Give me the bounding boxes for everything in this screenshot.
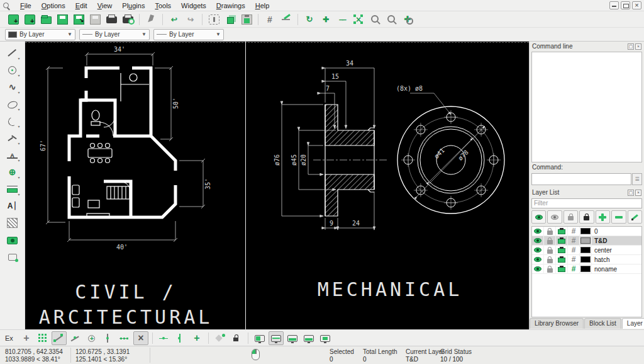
view-toggle-2-button[interactable] [269,331,284,345]
restrict-horizontal-button[interactable] [157,331,172,345]
minimize-icon[interactable] [609,1,619,9]
dimension-horizontal-tool-button[interactable]: ▾ [4,180,21,197]
new-drawing-button[interactable] [6,13,21,26]
tab-library-browser[interactable]: Library Browser [530,318,584,329]
restrict-nothing-button[interactable] [189,331,204,345]
zoom-redraw-button[interactable] [302,13,317,26]
view-toggle-3-button[interactable] [285,331,300,345]
layer-visibility-cell[interactable] [532,264,544,274]
zoom-auto-button[interactable] [351,13,366,26]
layer-construction-cell[interactable]: # [568,255,580,264]
layer-row-hatch[interactable]: #hatch [532,255,641,264]
menu-tools[interactable]: Tools [150,1,176,11]
layer-visibility-cell[interactable] [532,227,544,236]
select-pointer-button[interactable] [143,13,158,26]
layer-visibility-cell[interactable] [532,246,544,255]
layer-visibility-cell[interactable] [532,255,544,264]
grid-toggle-button[interactable] [262,13,277,26]
add-layer-button[interactable] [596,210,610,224]
zoom-pan-button[interactable] [400,13,415,26]
remove-layer-button[interactable] [611,210,626,224]
layer-construction-cell[interactable]: # [568,264,580,274]
layer-print-cell[interactable] [556,246,568,255]
text-tool-button[interactable] [4,197,21,214]
zoom-out-button[interactable] [335,13,350,26]
polyline-tool-button[interactable]: ▾ [4,129,21,146]
close-icon[interactable] [632,1,641,9]
snap-center-button[interactable] [84,331,99,345]
menu-help[interactable]: Help [250,1,275,11]
copy-button[interactable] [223,13,238,26]
snap-on-entity-button[interactable] [68,331,83,345]
snap-grid-button[interactable] [35,331,50,345]
view-toggle-4-button[interactable] [301,331,316,345]
save-button[interactable] [55,13,70,26]
set-relative-zero-button[interactable] [213,331,228,345]
layer-print-cell[interactable] [556,236,568,246]
command-input[interactable] [531,173,631,185]
snap-endpoint-button[interactable] [52,331,67,345]
unlock-all-layers-button[interactable] [564,210,578,224]
zoom-previous-button[interactable] [367,13,382,26]
menu-options[interactable]: Options [36,1,70,11]
dimension-tool-button[interactable]: ▾ [4,146,21,163]
layer-print-cell[interactable] [556,227,568,236]
line-tool-button[interactable]: ▾ [4,44,21,61]
drawing-canvas[interactable]: 34' 67' 50' 35' 40' CIVIL / ARCITECTURAL [25,42,529,329]
print-preview-button[interactable] [120,13,135,26]
layer-print-cell[interactable] [556,264,568,274]
layer-lock-cell[interactable] [544,264,556,274]
lock-relative-zero-button[interactable] [229,331,244,345]
menu-view[interactable]: View [92,1,118,11]
view-toggle-5-button[interactable] [318,331,333,345]
layer-row-noname[interactable]: #noname [532,264,641,274]
layer-lock-cell[interactable] [544,236,556,246]
layer-print-cell[interactable] [556,255,568,264]
paste-button[interactable] [239,13,254,26]
tab-layer-list[interactable]: Layer List [622,318,644,329]
lock-all-layers-button[interactable] [579,210,594,224]
view-toggle-1-button[interactable] [252,331,267,345]
cut-button[interactable] [206,13,221,26]
float-panel-icon[interactable]: ▢ [628,43,634,50]
layer-lock-cell[interactable] [544,255,556,264]
menu-edit[interactable]: Edit [70,1,92,11]
layer-visibility-cell[interactable] [532,236,544,246]
command-options-icon[interactable]: ☰ [632,173,642,185]
menu-drawings[interactable]: Drawings [211,1,250,11]
block-tool-button[interactable] [4,248,21,265]
restrict-vertical-button[interactable] [173,331,188,345]
layer-lock-cell[interactable] [544,227,556,236]
menu-widgets[interactable]: Widgets [176,1,211,11]
layer-construction-cell[interactable]: # [568,236,580,246]
circle-tool-button[interactable]: ▾ [4,61,21,78]
menu-plugins[interactable]: Plugins [117,1,150,11]
menu-file[interactable]: File [15,1,36,11]
close-panel-icon[interactable]: × [635,190,641,196]
line-width-dropdown[interactable]: By Layer ▼ [153,29,224,40]
pen-color-dropdown[interactable]: By Layer ▼ [5,29,75,40]
new-from-template-button[interactable] [22,13,37,26]
layer-row-0[interactable]: #0 [532,227,641,236]
zoom-window-button[interactable] [384,13,399,26]
line-type-dropdown[interactable]: By Layer ▼ [79,29,150,40]
snap-free-button[interactable] [19,331,34,345]
float-panel-icon[interactable]: ▢ [628,190,634,196]
arc-tool-button[interactable]: ▾ [4,112,21,129]
hide-all-layers-button[interactable] [547,210,562,224]
layer-row-td[interactable]: #T&D [532,236,641,246]
snap-exclusive-label[interactable]: Ex [5,334,13,342]
layer-row-center[interactable]: #center [532,246,641,255]
snap-middle-button[interactable] [101,331,116,345]
snap-intersection-button[interactable] [133,331,148,345]
image-tool-button[interactable] [4,231,21,248]
tab-block-list[interactable]: Block List [584,318,621,329]
save-all-button[interactable] [87,13,103,26]
layer-construction-cell[interactable]: # [568,227,580,236]
zoom-in-button[interactable] [318,13,333,26]
spline-tool-button[interactable]: ▾ [4,78,21,95]
draft-mode-button[interactable] [279,13,294,26]
open-button[interactable] [38,13,53,26]
redo-button[interactable] [183,13,198,26]
save-as-button[interactable] [71,13,86,26]
